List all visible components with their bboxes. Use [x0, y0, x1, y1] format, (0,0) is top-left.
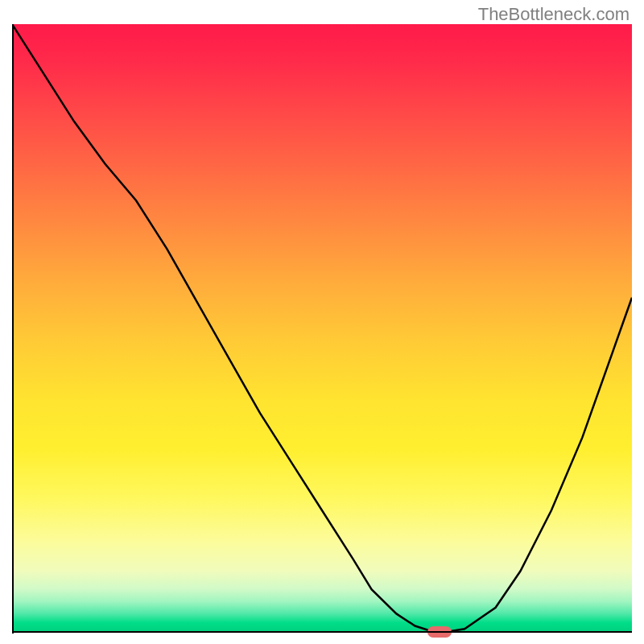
y-axis — [12, 24, 14, 634]
x-axis — [12, 631, 632, 633]
chart-container: TheBottleneck.com — [0, 0, 644, 644]
bottleneck-curve — [12, 24, 632, 632]
watermark-text: TheBottleneck.com — [478, 4, 630, 25]
plot-area — [12, 24, 632, 632]
